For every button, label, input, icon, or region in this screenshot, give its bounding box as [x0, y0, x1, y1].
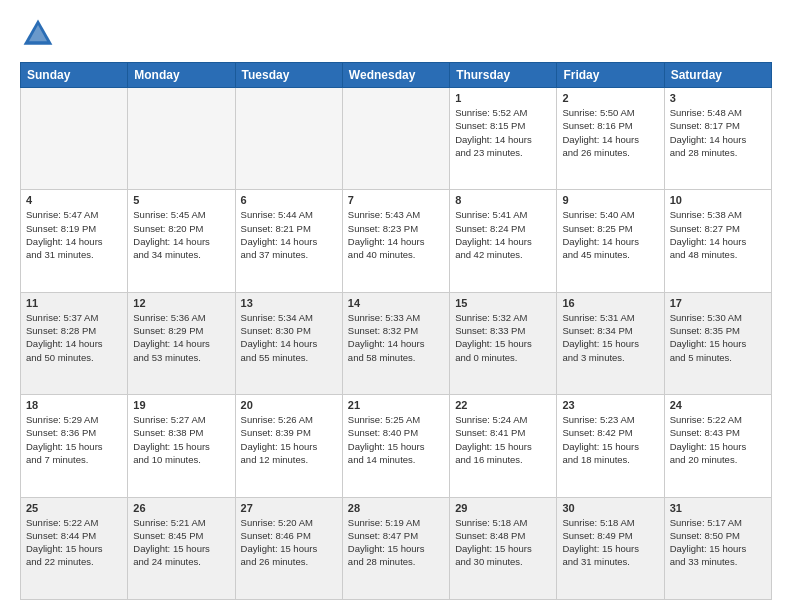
cell-content: and 55 minutes. — [241, 351, 337, 364]
cell-content: Sunset: 8:24 PM — [455, 222, 551, 235]
cell-content: Sunrise: 5:29 AM — [26, 413, 122, 426]
cell-content: Daylight: 15 hours — [133, 542, 229, 555]
header — [20, 16, 772, 52]
cell-content: Sunrise: 5:20 AM — [241, 516, 337, 529]
day-number: 22 — [455, 399, 551, 411]
cell-content: Sunrise: 5:45 AM — [133, 208, 229, 221]
calendar-cell: 24Sunrise: 5:22 AMSunset: 8:43 PMDayligh… — [664, 395, 771, 497]
cell-content: and 26 minutes. — [562, 146, 658, 159]
cell-content: and 34 minutes. — [133, 248, 229, 261]
cell-content: Sunset: 8:50 PM — [670, 529, 766, 542]
cell-content: Daylight: 14 hours — [241, 235, 337, 248]
cell-content: Daylight: 14 hours — [26, 337, 122, 350]
cell-content: Sunrise: 5:44 AM — [241, 208, 337, 221]
cell-content: and 28 minutes. — [348, 555, 444, 568]
cell-content: Sunset: 8:23 PM — [348, 222, 444, 235]
day-number: 31 — [670, 502, 766, 514]
day-number: 8 — [455, 194, 551, 206]
cell-content: Sunrise: 5:48 AM — [670, 106, 766, 119]
cell-content: Sunrise: 5:19 AM — [348, 516, 444, 529]
cell-content: Sunset: 8:35 PM — [670, 324, 766, 337]
cell-content: Sunset: 8:30 PM — [241, 324, 337, 337]
calendar-cell: 6Sunrise: 5:44 AMSunset: 8:21 PMDaylight… — [235, 190, 342, 292]
calendar-cell — [342, 88, 449, 190]
cell-content: Sunrise: 5:18 AM — [562, 516, 658, 529]
calendar-cell: 19Sunrise: 5:27 AMSunset: 8:38 PMDayligh… — [128, 395, 235, 497]
day-number: 24 — [670, 399, 766, 411]
cell-content: Sunrise: 5:36 AM — [133, 311, 229, 324]
cell-content: and 14 minutes. — [348, 453, 444, 466]
cell-content: and 24 minutes. — [133, 555, 229, 568]
day-number: 5 — [133, 194, 229, 206]
cell-content: Sunset: 8:27 PM — [670, 222, 766, 235]
cell-content: Sunrise: 5:33 AM — [348, 311, 444, 324]
cell-content: Sunset: 8:25 PM — [562, 222, 658, 235]
calendar-cell: 12Sunrise: 5:36 AMSunset: 8:29 PMDayligh… — [128, 292, 235, 394]
cell-content: Sunset: 8:29 PM — [133, 324, 229, 337]
calendar-cell: 1Sunrise: 5:52 AMSunset: 8:15 PMDaylight… — [450, 88, 557, 190]
cell-content: Daylight: 14 hours — [670, 133, 766, 146]
cell-content: Sunset: 8:49 PM — [562, 529, 658, 542]
cell-content: and 37 minutes. — [241, 248, 337, 261]
cell-content: Sunrise: 5:17 AM — [670, 516, 766, 529]
calendar-cell: 16Sunrise: 5:31 AMSunset: 8:34 PMDayligh… — [557, 292, 664, 394]
cell-content: Sunset: 8:38 PM — [133, 426, 229, 439]
cell-content: and 12 minutes. — [241, 453, 337, 466]
cell-content: Sunset: 8:28 PM — [26, 324, 122, 337]
cell-content: Daylight: 15 hours — [455, 337, 551, 350]
cell-content: Daylight: 14 hours — [26, 235, 122, 248]
cell-content: and 40 minutes. — [348, 248, 444, 261]
cell-content: and 7 minutes. — [26, 453, 122, 466]
cell-content: Daylight: 15 hours — [670, 440, 766, 453]
cell-content: Daylight: 15 hours — [348, 440, 444, 453]
cell-content: and 58 minutes. — [348, 351, 444, 364]
cell-content: Sunset: 8:45 PM — [133, 529, 229, 542]
cell-content: Sunrise: 5:22 AM — [26, 516, 122, 529]
week-row-4: 18Sunrise: 5:29 AMSunset: 8:36 PMDayligh… — [21, 395, 772, 497]
cell-content: Daylight: 14 hours — [133, 235, 229, 248]
cell-content: Sunrise: 5:47 AM — [26, 208, 122, 221]
day-number: 9 — [562, 194, 658, 206]
day-number: 2 — [562, 92, 658, 104]
calendar-header-row: SundayMondayTuesdayWednesdayThursdayFrid… — [21, 63, 772, 88]
day-number: 13 — [241, 297, 337, 309]
cell-content: Sunset: 8:33 PM — [455, 324, 551, 337]
calendar-cell: 27Sunrise: 5:20 AMSunset: 8:46 PMDayligh… — [235, 497, 342, 599]
cell-content: Sunset: 8:16 PM — [562, 119, 658, 132]
cell-content: Daylight: 14 hours — [670, 235, 766, 248]
calendar-cell — [128, 88, 235, 190]
calendar-cell: 22Sunrise: 5:24 AMSunset: 8:41 PMDayligh… — [450, 395, 557, 497]
day-header-saturday: Saturday — [664, 63, 771, 88]
cell-content: and 5 minutes. — [670, 351, 766, 364]
cell-content: Sunset: 8:43 PM — [670, 426, 766, 439]
cell-content: Daylight: 15 hours — [670, 542, 766, 555]
day-number: 29 — [455, 502, 551, 514]
cell-content: and 31 minutes. — [562, 555, 658, 568]
day-number: 4 — [26, 194, 122, 206]
day-number: 30 — [562, 502, 658, 514]
cell-content: Sunset: 8:41 PM — [455, 426, 551, 439]
cell-content: Sunset: 8:15 PM — [455, 119, 551, 132]
calendar-cell: 25Sunrise: 5:22 AMSunset: 8:44 PMDayligh… — [21, 497, 128, 599]
cell-content: Daylight: 14 hours — [455, 235, 551, 248]
cell-content: Daylight: 14 hours — [133, 337, 229, 350]
cell-content: Sunrise: 5:37 AM — [26, 311, 122, 324]
calendar-cell: 30Sunrise: 5:18 AMSunset: 8:49 PMDayligh… — [557, 497, 664, 599]
cell-content: Sunrise: 5:34 AM — [241, 311, 337, 324]
cell-content: Sunrise: 5:50 AM — [562, 106, 658, 119]
cell-content: Sunset: 8:44 PM — [26, 529, 122, 542]
cell-content: Sunrise: 5:38 AM — [670, 208, 766, 221]
day-number: 6 — [241, 194, 337, 206]
day-header-thursday: Thursday — [450, 63, 557, 88]
cell-content: and 16 minutes. — [455, 453, 551, 466]
calendar-cell: 18Sunrise: 5:29 AMSunset: 8:36 PMDayligh… — [21, 395, 128, 497]
calendar-cell: 23Sunrise: 5:23 AMSunset: 8:42 PMDayligh… — [557, 395, 664, 497]
calendar-cell: 28Sunrise: 5:19 AMSunset: 8:47 PMDayligh… — [342, 497, 449, 599]
day-header-monday: Monday — [128, 63, 235, 88]
day-number: 16 — [562, 297, 658, 309]
calendar-cell: 4Sunrise: 5:47 AMSunset: 8:19 PMDaylight… — [21, 190, 128, 292]
cell-content: Sunrise: 5:22 AM — [670, 413, 766, 426]
cell-content: Sunset: 8:48 PM — [455, 529, 551, 542]
cell-content: Daylight: 14 hours — [562, 133, 658, 146]
day-number: 25 — [26, 502, 122, 514]
